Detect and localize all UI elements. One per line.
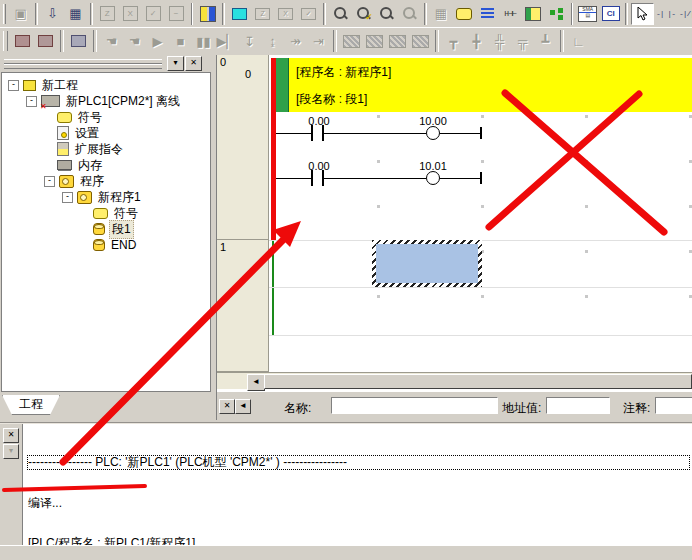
- collapse-icon[interactable]: -: [8, 80, 19, 91]
- contact-operand[interactable]: 0.00: [297, 115, 341, 127]
- run-mode-icon[interactable]: ▶: [146, 30, 169, 52]
- tree-item-expansion[interactable]: 扩展指令: [57, 141, 125, 157]
- watch-back-button[interactable]: ◄: [235, 399, 251, 414]
- coil-symbol[interactable]: [426, 126, 440, 140]
- coil-operand[interactable]: 10.00: [411, 115, 455, 127]
- contact-operand[interactable]: 0.00: [297, 160, 341, 172]
- show-comments-icon[interactable]: [453, 3, 476, 25]
- force-off-icon[interactable]: [363, 30, 386, 52]
- pause-icon[interactable]: ▮▮: [192, 30, 215, 52]
- view-diagram-icon[interactable]: ▣: [9, 3, 32, 25]
- compile-program-icon[interactable]: ▦: [64, 3, 87, 25]
- rung-comment-list-icon[interactable]: [476, 3, 499, 25]
- coil-symbol[interactable]: [426, 171, 440, 185]
- zoom-fit-icon[interactable]: [398, 3, 421, 25]
- compile-output-text[interactable]: ---------------- PLC: '新PLC1' (PLC机型 'CP…: [28, 429, 690, 560]
- zoom-in-icon[interactable]: ✓: [352, 3, 375, 25]
- differential-monitor-icon[interactable]: [409, 30, 432, 52]
- programs-icon: [59, 175, 74, 188]
- contact-nc-icon[interactable]: -|/|-: [677, 3, 692, 25]
- ladder-hscrollbar[interactable]: ◄: [217, 372, 692, 389]
- force-cancel-icon[interactable]: [386, 30, 409, 52]
- tree-item-plc[interactable]: -新PLC1[CPM2*] 离线: [26, 93, 182, 109]
- scroll-left-button[interactable]: ◄: [247, 374, 265, 391]
- output-line[interactable]: 编译...: [28, 497, 690, 510]
- set-bit-icon[interactable]: ╦: [511, 30, 534, 52]
- scan-run-icon[interactable]: ⇥: [307, 30, 330, 52]
- window-x-icon[interactable]: X: [274, 3, 297, 25]
- collapse-icon[interactable]: -: [62, 192, 73, 203]
- panel-menu-button[interactable]: ▾: [167, 56, 184, 71]
- tree-item-section1[interactable]: 段1: [93, 221, 134, 237]
- name-field[interactable]: [331, 397, 498, 414]
- toolbar-grip[interactable]: [3, 4, 6, 24]
- step-run-icon[interactable]: ▶▏: [215, 30, 238, 52]
- differentiate-down-icon[interactable]: ╬: [488, 30, 511, 52]
- panel-close-button[interactable]: ✕: [185, 56, 202, 71]
- panel-grabber[interactable]: [4, 64, 162, 69]
- block-hierarchy-icon[interactable]: [545, 3, 568, 25]
- stop-icon[interactable]: ■: [169, 30, 192, 52]
- tree-item-symbols[interactable]: 符号: [57, 109, 104, 125]
- rung-comment-header[interactable]: [程序名 : 新程序1] [段名称 : 段1]: [276, 58, 692, 112]
- tree-item-settings[interactable]: 设置: [57, 125, 101, 141]
- connect-line-icon[interactable]: ∟: [567, 30, 590, 52]
- tree-item-programs[interactable]: -程序: [44, 173, 106, 189]
- contact-symbol[interactable]: [311, 125, 313, 141]
- coil-operand[interactable]: 10.01: [411, 160, 455, 172]
- output-line[interactable]: ---------------- PLC: '新PLC1' (PLC机型 'CP…: [27, 455, 690, 470]
- debug-mode-icon[interactable]: ☚: [123, 30, 146, 52]
- output-close-button[interactable]: ✕: [3, 428, 19, 443]
- app-window: ▣ ⇩ ▦ Z X ✓ − Z X ✓ ✓ ▦ H⊣⊢ SMA▤ CI -|: [0, 0, 692, 560]
- page-minus-icon[interactable]: −: [165, 3, 188, 25]
- tree-item-program1[interactable]: -新程序1: [62, 189, 143, 205]
- tree-item-memory[interactable]: 内存: [57, 157, 104, 173]
- window-check-icon[interactable]: ✓: [297, 3, 320, 25]
- rung-wrap-icon[interactable]: [196, 3, 219, 25]
- tree-item-end[interactable]: END: [93, 237, 138, 253]
- program-mode-icon[interactable]: ☚: [100, 30, 123, 52]
- page-x-icon[interactable]: X: [119, 3, 142, 25]
- scrollbar-thumb[interactable]: [264, 374, 692, 389]
- monitor-icon[interactable]: [67, 30, 90, 52]
- set-value-icon[interactable]: ┳: [442, 30, 465, 52]
- continuous-step-icon[interactable]: ↠: [284, 30, 307, 52]
- rung-margin-0[interactable]: 0 0: [217, 55, 269, 240]
- coil-order-icon[interactable]: [522, 3, 545, 25]
- toolbar-grip[interactable]: [3, 31, 8, 51]
- io-comment-icon[interactable]: H⊣⊢: [499, 3, 522, 25]
- zoom-select-icon[interactable]: [329, 3, 352, 25]
- page-z-icon[interactable]: Z: [96, 3, 119, 25]
- differentiate-up-icon[interactable]: ╋: [465, 30, 488, 52]
- collapse-icon[interactable]: -: [44, 176, 55, 187]
- collapse-icon[interactable]: -: [26, 96, 37, 107]
- auto-online-icon[interactable]: [34, 30, 57, 52]
- zoom-out-icon[interactable]: [375, 3, 398, 25]
- tree-item-project[interactable]: -新工程: [8, 77, 80, 93]
- contact-symbol[interactable]: [311, 170, 313, 186]
- output-scroll-button[interactable]: ▾: [3, 444, 19, 459]
- toolbar-separator: [222, 3, 225, 25]
- rung-margin-1[interactable]: 1: [217, 240, 269, 372]
- step-out-icon[interactable]: ↨: [261, 30, 284, 52]
- window-z-icon[interactable]: Z: [251, 3, 274, 25]
- sma-address-icon[interactable]: SMA▤: [576, 3, 599, 25]
- comment-field[interactable]: [655, 397, 692, 414]
- toolbar-separator: [323, 3, 326, 25]
- step-into-icon[interactable]: ↧: [238, 30, 261, 52]
- address-field[interactable]: [546, 397, 610, 414]
- tab-project[interactable]: 工程: [2, 395, 60, 415]
- page-check-icon[interactable]: ✓: [142, 3, 165, 25]
- selected-cell[interactable]: [372, 240, 482, 287]
- work-online-icon[interactable]: [11, 30, 34, 52]
- reset-bit-icon[interactable]: ┻: [534, 30, 557, 52]
- ladder-editor[interactable]: 0 0 1 [程序名 : 新程序1] [段名称 : 段1] 0.00 10.00: [216, 55, 692, 420]
- watch-window-icon[interactable]: [228, 3, 251, 25]
- force-on-icon[interactable]: [340, 30, 363, 52]
- contact-no-icon[interactable]: -| |-: [654, 3, 677, 25]
- ci-instruction-icon[interactable]: CI: [599, 3, 622, 25]
- watch-close-button[interactable]: ✕: [219, 399, 235, 414]
- select-mode-icon[interactable]: [631, 3, 654, 25]
- download-layers-icon[interactable]: ⇩: [41, 3, 64, 25]
- grid-icon[interactable]: ▦: [430, 3, 453, 25]
